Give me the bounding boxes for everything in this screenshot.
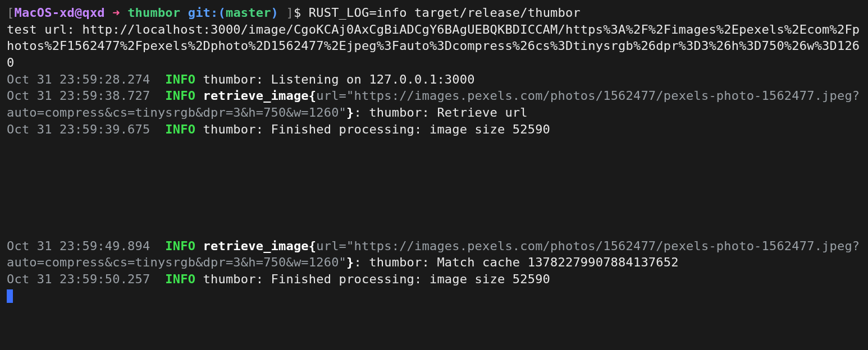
prompt-close-bracket: ] [278,6,294,20]
prompt-dollar: $ [294,6,309,20]
prompt-cwd: thumbor [127,6,188,20]
log-message: : thumbor: Retrieve url [354,105,527,119]
log-timestamp: Oct 31 23:59:28.274 [7,72,165,86]
blank-line [7,138,861,155]
log-level: INFO [165,239,195,253]
log-message: thumbor: Listening on 127.0.0.1:3000 [195,72,474,86]
log-message: thumbor: Finished processing: image size… [195,272,550,286]
log-level: INFO [165,89,195,103]
log-level: INFO [165,272,195,286]
git-label: git:( [188,6,226,20]
log-timestamp: Oct 31 23:59:38.727 [7,89,165,103]
log-span-close: } [346,105,354,119]
output-line-url: test url: http://localhost:3000/image/Cg… [7,22,860,70]
log-level: INFO [165,122,195,136]
prompt-arrow-icon: ➜ [105,6,127,20]
cursor-icon [7,289,13,303]
command-text: RUST_LOG=info target/release/thumbor [309,6,581,20]
git-close: ) [271,6,278,20]
git-branch: master [226,6,271,20]
log-span-name: retrieve_image{ [195,89,316,103]
blank-line [7,171,861,188]
log-timestamp: Oct 31 23:59:50.257 [7,272,165,286]
blank-line [7,204,861,221]
log-span-close: } [346,255,354,269]
log-timestamp: Oct 31 23:59:49.894 [7,239,165,253]
log-level: INFO [165,72,195,86]
log-span-name: retrieve_image{ [195,239,316,253]
log-message: : thumbor: Match cache 13782279907884137… [354,255,678,269]
prompt-user-host: MacOS-xd@qxd [14,6,104,20]
log-timestamp: Oct 31 23:59:39.675 [7,122,165,136]
terminal-output[interactable]: [MacOS-xd@qxd ➜ thumbor git:(master) ]$ … [7,4,861,304]
log-message: thumbor: Finished processing: image size… [195,122,550,136]
prompt-open-bracket: [ [7,6,14,20]
